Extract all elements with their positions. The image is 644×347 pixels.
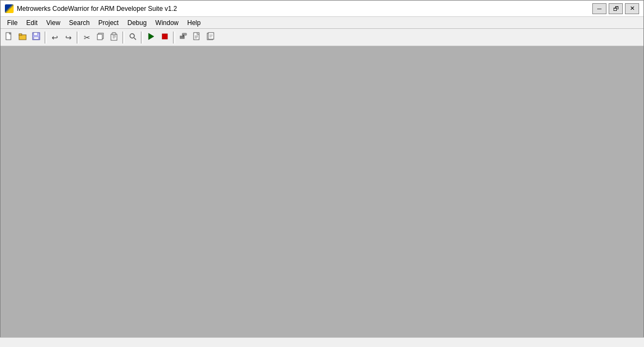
cut-icon: ✂ [84, 33, 90, 42]
run-icon [147, 33, 155, 42]
new-file-icon [5, 32, 14, 42]
separator-3 [122, 32, 125, 44]
stop-icon [161, 33, 169, 42]
save-button[interactable] [30, 31, 43, 44]
window-title: Metrowerks CodeWarrior for ARM Developer… [17, 5, 177, 13]
app-icon [5, 4, 14, 13]
menu-item-view[interactable]: View [42, 17, 65, 28]
save-icon [32, 32, 41, 42]
open-folder-icon [18, 32, 27, 42]
doc2-button[interactable] [204, 31, 217, 44]
separator-2 [77, 32, 79, 44]
doc1-icon [193, 32, 201, 42]
redo-button[interactable]: ↪ [62, 31, 75, 44]
menu-item-edit[interactable]: Edit [22, 17, 42, 28]
paste-icon [110, 32, 118, 42]
menu-bar: File Edit View Search Project Debug Wind… [1, 17, 643, 29]
title-bar: Metrowerks CodeWarrior for ARM Developer… [1, 1, 643, 17]
stop-button[interactable] [158, 31, 171, 44]
copy-icon [97, 33, 104, 42]
svg-marker-17 [148, 33, 154, 40]
title-bar-controls: ─ 🗗 ✕ [592, 3, 639, 14]
undo-icon: ↩ [52, 33, 58, 42]
find-button[interactable] [126, 31, 139, 44]
svg-point-15 [130, 34, 134, 38]
svg-rect-9 [97, 34, 102, 40]
paste-button[interactable] [108, 31, 121, 44]
toolbar: ↩ ↪ ✂ [1, 29, 643, 46]
menu-item-file[interactable]: File [3, 17, 22, 28]
open-button[interactable] [16, 31, 29, 44]
cut-button[interactable]: ✂ [81, 31, 94, 44]
title-bar-left: Metrowerks CodeWarrior for ARM Developer… [5, 4, 177, 13]
svg-rect-4 [19, 34, 22, 35]
svg-rect-18 [162, 34, 168, 39]
separator-1 [45, 32, 47, 44]
svg-rect-11 [112, 33, 116, 35]
close-button[interactable]: ✕ [625, 3, 639, 14]
minimize-button[interactable]: ─ [592, 3, 606, 14]
build-button[interactable] [177, 31, 190, 44]
menu-item-debug[interactable]: Debug [123, 17, 151, 28]
undo-button[interactable]: ↩ [48, 31, 61, 44]
svg-line-16 [134, 38, 136, 40]
new-file-button[interactable] [3, 31, 16, 44]
doc1-button[interactable] [190, 31, 203, 44]
menu-item-search[interactable]: Search [65, 17, 94, 28]
svg-rect-21 [183, 35, 184, 36]
status-bar [0, 337, 644, 347]
menu-item-help[interactable]: Help [183, 17, 205, 28]
maximize-button[interactable]: 🗗 [609, 3, 623, 14]
menu-item-project[interactable]: Project [94, 17, 123, 28]
redo-icon: ↪ [65, 33, 72, 42]
copy-button[interactable] [94, 31, 107, 44]
svg-rect-6 [34, 33, 38, 35]
main-content-area [1, 46, 643, 338]
build-icon [179, 33, 187, 42]
run-button[interactable] [145, 31, 158, 44]
find-icon [129, 33, 137, 42]
separator-5 [173, 32, 175, 44]
separator-4 [141, 32, 143, 44]
doc2-icon [206, 32, 215, 42]
svg-rect-7 [34, 37, 39, 39]
menu-item-window[interactable]: Window [151, 17, 183, 28]
